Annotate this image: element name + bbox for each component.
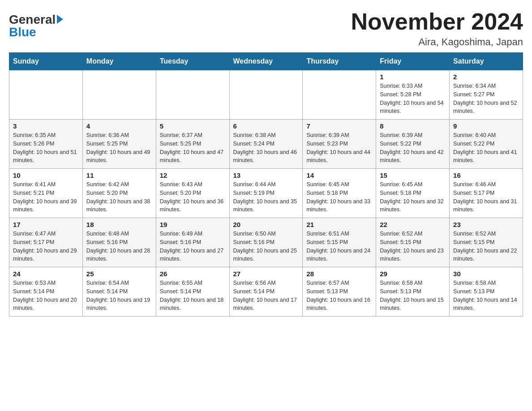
calendar-cell: 25Sunrise: 6:54 AMSunset: 5:14 PMDayligh… bbox=[82, 267, 156, 317]
weekday-header-tuesday: Tuesday bbox=[156, 53, 229, 70]
day-info: Sunrise: 6:55 AMSunset: 5:14 PMDaylight:… bbox=[160, 279, 226, 313]
day-info: Sunrise: 6:50 AMSunset: 5:16 PMDaylight:… bbox=[233, 230, 299, 263]
calendar-cell: 9Sunrise: 6:40 AMSunset: 5:22 PMDaylight… bbox=[450, 120, 523, 169]
day-number: 5 bbox=[160, 122, 226, 130]
calendar-cell bbox=[9, 70, 83, 120]
day-number: 28 bbox=[306, 270, 372, 278]
logo: General Blue bbox=[9, 9, 63, 39]
calendar-cell: 14Sunrise: 6:45 AMSunset: 5:18 PMDayligh… bbox=[303, 169, 376, 218]
weekday-header-wednesday: Wednesday bbox=[229, 53, 303, 70]
calendar-cell: 27Sunrise: 6:56 AMSunset: 5:14 PMDayligh… bbox=[229, 267, 303, 317]
day-number: 12 bbox=[160, 171, 226, 179]
day-number: 29 bbox=[380, 270, 446, 278]
day-number: 19 bbox=[160, 221, 226, 228]
day-info: Sunrise: 6:46 AMSunset: 5:17 PMDaylight:… bbox=[453, 180, 519, 214]
calendar-week-row: 24Sunrise: 6:53 AMSunset: 5:14 PMDayligh… bbox=[9, 267, 523, 317]
day-number: 9 bbox=[453, 122, 519, 130]
calendar-cell: 5Sunrise: 6:37 AMSunset: 5:25 PMDaylight… bbox=[156, 120, 229, 169]
page-header: General Blue November 2024 Aira, Kagoshi… bbox=[9, 9, 523, 48]
day-info: Sunrise: 6:34 AMSunset: 5:27 PMDaylight:… bbox=[453, 82, 519, 116]
logo-blue-text: Blue bbox=[9, 26, 36, 39]
calendar-table: SundayMondayTuesdayWednesdayThursdayFrid… bbox=[9, 52, 523, 317]
day-number: 27 bbox=[233, 270, 299, 278]
calendar-cell: 13Sunrise: 6:44 AMSunset: 5:19 PMDayligh… bbox=[229, 169, 303, 218]
calendar-week-row: 17Sunrise: 6:47 AMSunset: 5:17 PMDayligh… bbox=[9, 218, 523, 267]
day-info: Sunrise: 6:57 AMSunset: 5:13 PMDaylight:… bbox=[306, 279, 372, 313]
day-info: Sunrise: 6:51 AMSunset: 5:15 PMDaylight:… bbox=[306, 230, 372, 263]
calendar-cell: 16Sunrise: 6:46 AMSunset: 5:17 PMDayligh… bbox=[450, 169, 523, 218]
location-title: Aira, Kagoshima, Japan bbox=[351, 36, 523, 48]
calendar-cell: 18Sunrise: 6:48 AMSunset: 5:16 PMDayligh… bbox=[82, 218, 156, 267]
day-number: 3 bbox=[13, 122, 79, 130]
calendar-cell: 1Sunrise: 6:33 AMSunset: 5:28 PMDaylight… bbox=[376, 70, 450, 120]
calendar-cell: 12Sunrise: 6:43 AMSunset: 5:20 PMDayligh… bbox=[156, 169, 229, 218]
day-info: Sunrise: 6:43 AMSunset: 5:20 PMDaylight:… bbox=[160, 180, 226, 214]
day-number: 13 bbox=[233, 171, 299, 179]
month-title: November 2024 bbox=[351, 9, 523, 34]
calendar-cell: 22Sunrise: 6:52 AMSunset: 5:15 PMDayligh… bbox=[376, 218, 450, 267]
calendar-cell: 19Sunrise: 6:49 AMSunset: 5:16 PMDayligh… bbox=[156, 218, 229, 267]
calendar-cell bbox=[229, 70, 303, 120]
calendar-week-row: 1Sunrise: 6:33 AMSunset: 5:28 PMDaylight… bbox=[9, 70, 523, 120]
day-info: Sunrise: 6:42 AMSunset: 5:20 PMDaylight:… bbox=[86, 180, 152, 214]
day-info: Sunrise: 6:40 AMSunset: 5:22 PMDaylight:… bbox=[453, 131, 519, 165]
calendar-cell: 15Sunrise: 6:45 AMSunset: 5:18 PMDayligh… bbox=[376, 169, 450, 218]
calendar-cell: 24Sunrise: 6:53 AMSunset: 5:14 PMDayligh… bbox=[9, 267, 83, 317]
weekday-header-row: SundayMondayTuesdayWednesdayThursdayFrid… bbox=[9, 53, 523, 70]
calendar-cell: 7Sunrise: 6:39 AMSunset: 5:23 PMDaylight… bbox=[303, 120, 376, 169]
day-number: 26 bbox=[160, 270, 226, 278]
day-info: Sunrise: 6:52 AMSunset: 5:15 PMDaylight:… bbox=[380, 230, 446, 263]
day-number: 16 bbox=[453, 171, 519, 179]
calendar-week-row: 3Sunrise: 6:35 AMSunset: 5:26 PMDaylight… bbox=[9, 120, 523, 169]
day-number: 1 bbox=[380, 73, 446, 81]
weekday-header-thursday: Thursday bbox=[303, 53, 376, 70]
day-info: Sunrise: 6:53 AMSunset: 5:14 PMDaylight:… bbox=[13, 279, 79, 313]
day-number: 4 bbox=[86, 122, 152, 130]
day-info: Sunrise: 6:58 AMSunset: 5:13 PMDaylight:… bbox=[453, 279, 519, 313]
day-info: Sunrise: 6:48 AMSunset: 5:16 PMDaylight:… bbox=[86, 230, 152, 263]
day-info: Sunrise: 6:41 AMSunset: 5:21 PMDaylight:… bbox=[13, 180, 79, 214]
calendar-cell: 17Sunrise: 6:47 AMSunset: 5:17 PMDayligh… bbox=[9, 218, 83, 267]
calendar-cell: 20Sunrise: 6:50 AMSunset: 5:16 PMDayligh… bbox=[229, 218, 303, 267]
logo-triangle-icon bbox=[57, 15, 63, 24]
calendar-cell: 30Sunrise: 6:58 AMSunset: 5:13 PMDayligh… bbox=[450, 267, 523, 317]
day-info: Sunrise: 6:54 AMSunset: 5:14 PMDaylight:… bbox=[86, 279, 152, 313]
day-number: 2 bbox=[453, 73, 519, 81]
calendar-cell: 3Sunrise: 6:35 AMSunset: 5:26 PMDaylight… bbox=[9, 120, 83, 169]
day-info: Sunrise: 6:45 AMSunset: 5:18 PMDaylight:… bbox=[380, 180, 446, 214]
day-info: Sunrise: 6:47 AMSunset: 5:17 PMDaylight:… bbox=[13, 230, 79, 263]
day-number: 11 bbox=[86, 171, 152, 179]
day-info: Sunrise: 6:33 AMSunset: 5:28 PMDaylight:… bbox=[380, 82, 446, 116]
day-info: Sunrise: 6:45 AMSunset: 5:18 PMDaylight:… bbox=[306, 180, 372, 214]
calendar-cell bbox=[82, 70, 156, 120]
day-info: Sunrise: 6:44 AMSunset: 5:19 PMDaylight:… bbox=[233, 180, 299, 214]
day-number: 24 bbox=[13, 270, 79, 278]
day-info: Sunrise: 6:39 AMSunset: 5:22 PMDaylight:… bbox=[380, 131, 446, 165]
calendar-cell: 29Sunrise: 6:58 AMSunset: 5:13 PMDayligh… bbox=[376, 267, 450, 317]
weekday-header-sunday: Sunday bbox=[9, 53, 83, 70]
weekday-header-saturday: Saturday bbox=[450, 53, 523, 70]
day-number: 14 bbox=[306, 171, 372, 179]
calendar-cell: 6Sunrise: 6:38 AMSunset: 5:24 PMDaylight… bbox=[229, 120, 303, 169]
logo-general-text: General bbox=[9, 13, 56, 26]
calendar-cell: 28Sunrise: 6:57 AMSunset: 5:13 PMDayligh… bbox=[303, 267, 376, 317]
title-area: November 2024 Aira, Kagoshima, Japan bbox=[351, 9, 523, 48]
day-info: Sunrise: 6:38 AMSunset: 5:24 PMDaylight:… bbox=[233, 131, 299, 165]
day-number: 30 bbox=[453, 270, 519, 278]
calendar-cell: 2Sunrise: 6:34 AMSunset: 5:27 PMDaylight… bbox=[450, 70, 523, 120]
day-number: 25 bbox=[86, 270, 152, 278]
day-info: Sunrise: 6:49 AMSunset: 5:16 PMDaylight:… bbox=[160, 230, 226, 263]
day-number: 23 bbox=[453, 221, 519, 228]
day-number: 22 bbox=[380, 221, 446, 228]
day-info: Sunrise: 6:36 AMSunset: 5:25 PMDaylight:… bbox=[86, 131, 152, 165]
calendar-cell bbox=[156, 70, 229, 120]
day-number: 10 bbox=[13, 171, 79, 179]
day-info: Sunrise: 6:56 AMSunset: 5:14 PMDaylight:… bbox=[233, 279, 299, 313]
day-number: 15 bbox=[380, 171, 446, 179]
calendar-cell: 26Sunrise: 6:55 AMSunset: 5:14 PMDayligh… bbox=[156, 267, 229, 317]
day-number: 20 bbox=[233, 221, 299, 228]
day-number: 8 bbox=[380, 122, 446, 130]
day-number: 17 bbox=[13, 221, 79, 228]
calendar-cell: 21Sunrise: 6:51 AMSunset: 5:15 PMDayligh… bbox=[303, 218, 376, 267]
day-number: 21 bbox=[306, 221, 372, 228]
